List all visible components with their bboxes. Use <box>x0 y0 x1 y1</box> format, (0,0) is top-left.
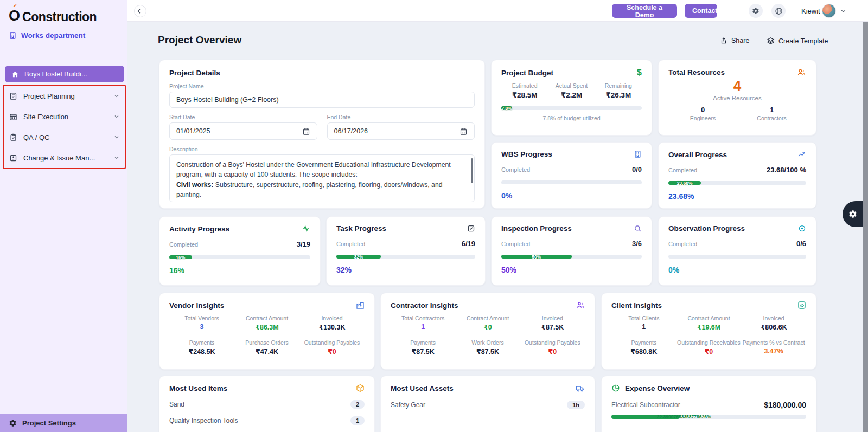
create-template-button[interactable]: Create Template <box>767 37 828 45</box>
task-check-icon <box>467 224 475 233</box>
chevron-down-icon[interactable] <box>113 134 120 140</box>
project-settings-label: Project Settings <box>22 419 76 427</box>
settings-gear-button[interactable] <box>749 4 763 18</box>
count-badge: 1h <box>567 401 585 409</box>
end-date-input[interactable]: 06/17/2026 <box>327 122 475 140</box>
trending-up-icon <box>797 150 806 159</box>
card-title: Project Details <box>169 69 220 77</box>
list-item[interactable]: Quality Inspection Tools 1 <box>169 416 365 425</box>
contractors-count: 1 <box>737 106 806 114</box>
insight-value: ₹130.3K <box>299 323 365 331</box>
topbar: Schedule a Demo Contact Kiewit <box>127 0 868 22</box>
back-button[interactable] <box>134 5 146 17</box>
insight-value: ₹0 <box>520 347 585 356</box>
sidebar-divider <box>0 49 127 49</box>
active-resources-count: 4 <box>668 78 806 94</box>
insight-value: ₹86.3M <box>234 323 299 331</box>
insight-value: ₹806.6K <box>741 323 806 331</box>
qa-clipboard-icon <box>9 133 17 141</box>
expense-overview-card: Expense Overview Electrical Subcontracto… <box>601 376 816 432</box>
site-execution-icon <box>9 113 17 121</box>
list-item[interactable]: Sand 2 <box>169 400 365 409</box>
search-icon <box>634 224 642 233</box>
insight-value: ₹87.5K <box>391 347 455 356</box>
insight-value: ₹0 <box>299 347 365 356</box>
floating-settings-button[interactable] <box>843 201 863 227</box>
sidebar-item-project-settings[interactable]: Project Settings <box>0 414 127 432</box>
project-name-input[interactable]: Boys Hostel Building (G+2 Floors) <box>169 92 475 108</box>
inspection-percent: 50% <box>501 266 642 274</box>
page-scrollbar-thumb[interactable] <box>863 22 868 432</box>
page-title: Project Overview <box>158 34 241 46</box>
project-budget-card: Project Budget $ Estimated₹28.5M Actual … <box>491 60 652 136</box>
pie-chart-icon <box>611 384 620 392</box>
chevron-down-icon[interactable] <box>113 93 120 99</box>
description-scrollbar[interactable] <box>471 158 473 183</box>
overall-ratio: 23.68/100 % <box>767 166 806 174</box>
activity-percent: 16% <box>169 266 310 275</box>
overall-progress-card: Overall Progress Completed23.68/100 % 23… <box>658 142 816 209</box>
observation-progress-bar <box>668 255 806 259</box>
insight-value: ₹0 <box>676 347 742 356</box>
observation-ratio: 0/6 <box>796 240 806 248</box>
insight-value: 3.47% <box>741 347 806 355</box>
people-icon <box>797 68 806 77</box>
inspection-progress-card: Inspection Progress Completed3/6 50% 50% <box>491 216 652 286</box>
contact-button[interactable]: Contact <box>685 4 717 18</box>
description-label: Description <box>169 146 475 152</box>
handshake-icon <box>797 301 806 310</box>
insight-value: ₹47.4K <box>234 347 299 356</box>
most-used-assets-card: Most Used Assets Safety Gear 1h <box>380 376 595 432</box>
sidebar-item-change-issue-management[interactable]: Change & Issue Man... <box>5 147 124 168</box>
vendor-insights-card: Vendor Insights Total Vendors3 Contract … <box>159 293 375 370</box>
sidebar-item-project-planning[interactable]: Project Planning <box>5 86 124 106</box>
expense-progress-bar: 22.39007653358778626% <box>611 415 806 419</box>
insight-value: ₹19.6M <box>676 323 742 331</box>
language-globe-button[interactable] <box>771 4 786 18</box>
wbs-percent: 0% <box>501 191 642 200</box>
insight-value: 1 <box>611 323 676 331</box>
layers-icon <box>767 37 775 45</box>
insight-value: ₹680.8K <box>611 347 676 356</box>
inspection-ratio: 3/6 <box>632 240 642 248</box>
calendar-icon[interactable] <box>459 127 468 136</box>
description-textarea[interactable]: Construction of a Boys' Hostel under the… <box>169 154 475 202</box>
client-insights-card: Client Insights Total Clients1 Contract … <box>601 293 816 370</box>
project-name-label: Project Name <box>169 83 475 89</box>
chevron-down-icon[interactable] <box>840 7 847 17</box>
chevron-down-icon[interactable] <box>113 113 120 120</box>
calendar-icon[interactable] <box>302 127 310 136</box>
sidebar-item-active-project[interactable]: Boys Hostel Buildi... <box>5 66 124 82</box>
share-icon <box>720 37 727 44</box>
chevron-down-icon[interactable] <box>113 154 120 161</box>
sidebar-item-site-execution[interactable]: Site Execution <box>5 106 124 127</box>
expense-amount: $180,000.00 <box>764 401 806 409</box>
home-icon <box>11 70 19 78</box>
department-label: Works department <box>21 31 85 40</box>
activity-progress-bar: 16% <box>169 255 310 259</box>
insight-value: ₹87.5K <box>520 323 585 331</box>
budget-caption: 7.8% of budget utilized <box>501 115 642 121</box>
people-icon <box>576 301 585 310</box>
insight-value: ₹0 <box>455 323 520 331</box>
user-name[interactable]: Kiewit <box>801 7 820 15</box>
sidebar-item-works-department[interactable]: Works department <box>9 31 85 40</box>
start-date-input[interactable]: 01/01/2025 <box>169 122 317 140</box>
insight-value: ₹248.5K <box>169 347 234 356</box>
package-icon <box>356 384 365 392</box>
sidebar-item-qa-qc[interactable]: QA / QC <box>5 127 124 147</box>
activity-pulse-icon <box>302 224 310 233</box>
wbs-progress-bar <box>501 180 642 184</box>
list-item[interactable]: Safety Gear 1h <box>391 401 585 409</box>
task-progress-card: Task Progress Completed6/19 32% 32% <box>326 216 486 286</box>
building-icon <box>9 31 17 40</box>
activity-progress-card: Activity Progress Completed3/19 16% 16% <box>159 216 321 286</box>
gear-icon <box>9 419 17 427</box>
schedule-demo-button[interactable]: Schedule a Demo <box>612 4 677 18</box>
task-progress-bar: 32% <box>336 255 475 259</box>
share-button[interactable]: Share <box>720 37 749 44</box>
actual-spent-value: ₹2.2M <box>548 91 595 99</box>
expense-row[interactable]: Electrical Subcontractor $180,000.00 <box>611 401 806 409</box>
most-used-items-card: Most Used Items Sand 2 Quality Inspectio… <box>159 376 375 432</box>
avatar[interactable] <box>822 4 836 18</box>
